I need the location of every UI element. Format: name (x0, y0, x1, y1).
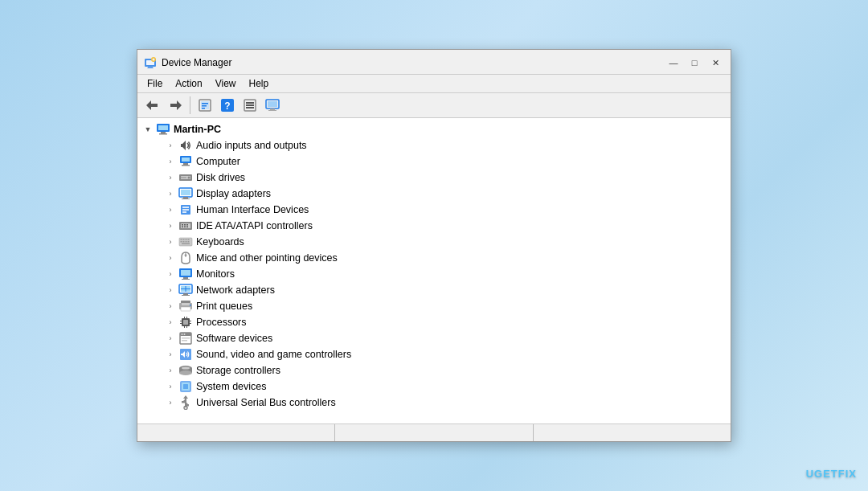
svg-rect-25 (161, 132, 166, 133)
expand-computer[interactable]: › (163, 153, 178, 170)
svg-rect-22 (268, 110, 276, 111)
device-manager-window: Device Manager — □ ✕ File Action View He… (137, 49, 731, 442)
status-segment-3 (534, 424, 731, 441)
toolbar-back[interactable] (142, 96, 163, 115)
tree-root[interactable]: ▼ Martin-PC (137, 121, 731, 137)
tree-item-software[interactable]: › Software devices (137, 330, 731, 346)
tree-item-network[interactable]: › Network adapters (137, 282, 731, 298)
hid-label: Human Interface Devices (196, 204, 731, 215)
menu-action[interactable]: Action (169, 76, 208, 91)
svg-rect-75 (190, 305, 191, 306)
tree-item-hid[interactable]: › Human Interface Devices (137, 202, 731, 218)
expand-print[interactable]: › (163, 298, 178, 314)
svg-rect-49 (184, 227, 186, 228)
expand-processor[interactable]: › (163, 314, 178, 330)
svg-rect-16 (246, 102, 254, 104)
svg-rect-40 (182, 207, 189, 208)
tree-item-monitors[interactable]: › Monitors (137, 266, 731, 282)
tree-item-computer[interactable]: › Computer (137, 153, 731, 170)
svg-rect-50 (186, 227, 188, 228)
expand-ide[interactable]: › (163, 218, 178, 234)
toolbar-properties[interactable] (194, 96, 215, 115)
window-title: Device Manager (162, 57, 231, 68)
expand-network[interactable]: › (163, 282, 178, 298)
svg-rect-84 (184, 326, 185, 328)
expand-usb[interactable]: › (163, 395, 178, 411)
tree-item-mice[interactable]: › Mice and other pointing devices (137, 250, 731, 266)
svg-rect-36 (181, 190, 190, 195)
expand-storage[interactable]: › (163, 362, 178, 378)
toolbar-help[interactable]: ? (217, 96, 238, 115)
close-button[interactable]: ✕ (706, 55, 724, 71)
expand-system[interactable]: › (163, 378, 178, 395)
svg-rect-56 (181, 241, 182, 243)
expand-audio[interactable]: › (163, 137, 178, 153)
expand-disk[interactable]: › (163, 170, 178, 186)
svg-rect-29 (183, 163, 188, 165)
expand-monitors[interactable]: › (163, 266, 178, 282)
system-icon (178, 378, 194, 395)
tree-item-usb[interactable]: › Universal Serial Bus controllers (137, 395, 731, 411)
svg-rect-24 (158, 125, 168, 130)
svg-rect-20 (268, 101, 277, 107)
tree-item-ide[interactable]: › IDE ATA/ATAPI controllers (137, 218, 731, 234)
print-icon (178, 298, 194, 314)
maximize-button[interactable]: □ (686, 55, 703, 71)
window-icon (144, 56, 157, 69)
tree-item-processor[interactable]: › Processors (137, 314, 731, 330)
expand-mice[interactable]: › (163, 250, 178, 266)
tree-item-display[interactable]: › Display adapters (137, 186, 731, 202)
toolbar-monitor[interactable] (262, 96, 283, 115)
tree-item-print[interactable]: › Print queues (137, 298, 731, 314)
svg-point-106 (184, 407, 187, 410)
network-label: Network adapters (196, 284, 731, 296)
expand-sound[interactable]: › (163, 346, 178, 362)
tree-item-sound[interactable]: › Sound, video and game controllers (137, 346, 731, 362)
expand-hid[interactable]: › (163, 202, 178, 218)
svg-rect-70 (182, 295, 190, 296)
sound-icon (178, 346, 194, 362)
svg-rect-45 (182, 224, 183, 226)
minimize-button[interactable]: — (665, 55, 682, 71)
svg-rect-10 (202, 103, 208, 104)
svg-rect-69 (183, 293, 188, 295)
svg-rect-91 (182, 340, 187, 342)
svg-point-95 (179, 370, 192, 375)
toolbar-list[interactable] (240, 96, 260, 115)
svg-rect-60 (182, 243, 190, 245)
software-label: Software devices (196, 333, 731, 344)
svg-rect-57 (183, 241, 185, 243)
svg-rect-71 (181, 301, 190, 303)
expand-software[interactable]: › (163, 330, 178, 346)
tree-item-system[interactable]: › System devices (137, 378, 731, 395)
menu-file[interactable]: File (141, 76, 169, 91)
svg-rect-28 (182, 158, 190, 162)
mice-label: Mice and other pointing devices (196, 252, 731, 264)
menu-bar: File Action View Help (137, 75, 731, 93)
svg-rect-42 (182, 211, 186, 213)
device-tree: ▼ Martin-PC › Audio input (137, 118, 731, 423)
ide-label: IDE ATA/ATAPI controllers (196, 220, 731, 231)
svg-rect-90 (182, 338, 190, 339)
menu-view[interactable]: View (209, 76, 243, 91)
svg-rect-30 (182, 165, 190, 166)
tree-item-disk[interactable]: › Disk drives (137, 170, 731, 186)
expand-display[interactable]: › (163, 186, 178, 202)
expand-keyboard[interactable]: › (163, 234, 178, 250)
status-segment-2 (335, 424, 533, 441)
tree-item-storage[interactable]: › Storage controllers (137, 362, 731, 378)
svg-rect-105 (186, 404, 189, 407)
tree-item-keyboard[interactable]: › Keyboards (137, 234, 731, 250)
svg-rect-21 (270, 108, 275, 110)
menu-help[interactable]: Help (243, 76, 276, 91)
status-segment-1 (137, 424, 335, 441)
title-bar-left: Device Manager (144, 56, 231, 69)
tree-item-audio[interactable]: › Audio inputs and outputs (137, 137, 731, 153)
svg-rect-58 (186, 241, 187, 243)
expand-root[interactable]: ▼ (141, 121, 155, 137)
svg-rect-41 (182, 209, 189, 211)
audio-label: Audio inputs and outputs (196, 140, 731, 151)
status-bar (137, 423, 731, 441)
toolbar-forward[interactable] (165, 96, 186, 115)
svg-rect-18 (246, 107, 254, 108)
